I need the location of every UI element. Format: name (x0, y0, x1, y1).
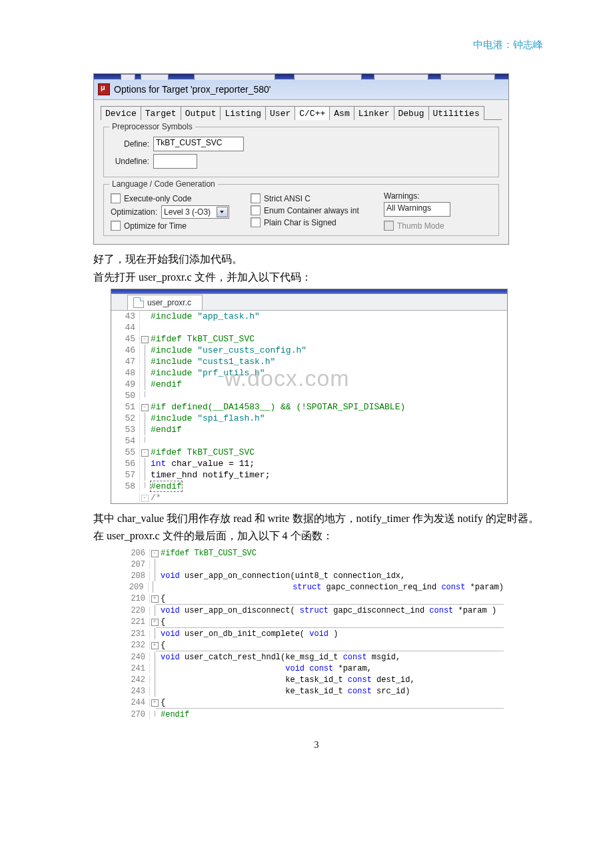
line-number: 53 (111, 425, 140, 435)
fold-gutter[interactable] (140, 379, 149, 390)
code-line: 49#endif (111, 379, 507, 390)
fold-gutter[interactable] (140, 424, 149, 435)
line-number: 232 (123, 641, 150, 650)
tab-output[interactable]: Output (181, 106, 221, 120)
plain-char-checkbox[interactable] (251, 217, 261, 227)
line-number: 47 (111, 357, 140, 367)
fold-gutter[interactable] (140, 413, 149, 424)
text-frag: 作为发送 (410, 513, 458, 524)
define-input[interactable]: TkBT_CUST_SVC (153, 137, 244, 151)
code-line: 244+{ (123, 697, 504, 708)
fold-gutter[interactable]: - (140, 448, 149, 457)
dropdown-arrow-icon[interactable] (217, 207, 228, 217)
code-line: 56int char_value = 11; (111, 458, 507, 469)
tab-device[interactable]: Device (101, 106, 141, 120)
code-text: #if defined(__DA14583__) && (!SPOTAR_SPI… (149, 402, 405, 412)
fold-gutter[interactable]: + (150, 617, 159, 626)
fold-gutter[interactable] (150, 663, 159, 674)
fold-gutter[interactable] (150, 674, 159, 685)
tab-asm[interactable]: Asm (329, 106, 354, 120)
fold-gutter[interactable]: + (150, 698, 159, 707)
code-line: 57timer_hnd notify_timer; (111, 469, 507, 481)
fold-gutter[interactable] (150, 570, 159, 581)
fold-gutter[interactable] (140, 482, 149, 490)
code-line: 232+{ (123, 639, 504, 651)
code-text: int char_value = 11; (149, 459, 255, 469)
fold-gutter[interactable] (140, 356, 149, 367)
fold-gutter[interactable] (140, 345, 149, 356)
file-tab[interactable]: user_proxr.c (127, 295, 203, 310)
tab-target[interactable]: Target (141, 106, 181, 120)
preprocessor-legend: Preprocessor Symbols (109, 122, 195, 131)
line-number: 46 (111, 345, 140, 355)
tab-c-cpp[interactable]: C/C++ (295, 106, 330, 120)
options-tab-row: Device Target Output Listing User C/C++ … (101, 105, 502, 120)
line-number: 43 (111, 311, 140, 321)
enum-container-checkbox[interactable] (251, 205, 261, 215)
var-name: read (233, 513, 252, 524)
text-frag: 文件，并加入以下代码： (192, 271, 312, 283)
line-number: 50 (111, 391, 140, 401)
code-line: 241 void const *param, (123, 663, 504, 674)
var-name: char_value (117, 513, 164, 524)
tab-utilities[interactable]: Utilities (428, 106, 484, 120)
undefine-input[interactable] (153, 154, 197, 169)
fold-gutter[interactable] (140, 437, 149, 445)
code-line: 58#endif (111, 481, 507, 492)
line-number: 52 (111, 413, 140, 423)
exec-only-checkbox[interactable] (111, 193, 121, 203)
var-name: notify (458, 513, 483, 524)
code-text: #include "spi_flash.h" (149, 413, 265, 423)
fold-gutter[interactable] (140, 391, 149, 399)
file-icon (133, 297, 144, 308)
fold-gutter[interactable] (150, 711, 159, 719)
fold-gutter[interactable] (150, 605, 159, 616)
code-line: 243 ke_task_id_t const src_id) (123, 685, 504, 697)
tab-listing[interactable]: Listing (220, 106, 266, 120)
fold-gutter[interactable]: - (140, 403, 149, 411)
strict-ansi-label: Strict ANSI C (264, 194, 310, 203)
paragraph-2: 首先打开 user_proxr.c 文件，并加入以下代码： (93, 269, 540, 286)
fold-gutter[interactable] (140, 469, 149, 481)
code-line: 207 (123, 559, 504, 570)
fold-gutter[interactable] (150, 628, 159, 639)
fold-gutter[interactable]: + (150, 641, 159, 649)
opt-time-checkbox[interactable] (111, 221, 121, 231)
line-number: 51 (111, 402, 140, 412)
line-number: 45 (111, 334, 140, 344)
tab-debug[interactable]: Debug (394, 106, 429, 120)
code-line: 221+{ (123, 616, 504, 627)
fold-gutter[interactable]: + (150, 594, 159, 603)
code-text: #ifdef TkBT_CUST_SVC (159, 549, 257, 558)
code-line: -/* (111, 492, 507, 503)
strict-ansi-checkbox[interactable] (251, 193, 261, 203)
fold-gutter[interactable] (150, 651, 159, 663)
fold-gutter[interactable] (149, 581, 157, 593)
undefine-label: Undefine: (111, 157, 153, 166)
code-text: void user_app_on_connection(uint8_t conn… (159, 571, 405, 581)
fold-gutter[interactable] (150, 685, 159, 697)
fold-gutter[interactable] (140, 458, 149, 469)
code-line: 53#endif (111, 424, 507, 435)
paragraph-4: 在 user_proxr.c 文件的最后面，加入以下 4 个函数： (93, 528, 540, 545)
code-editor-2: 206-#ifdef TkBT_CUST_SVC207208void user_… (123, 547, 504, 720)
thumb-mode-checkbox[interactable] (384, 221, 394, 231)
fold-gutter[interactable] (140, 367, 149, 379)
code-line: 44 (111, 322, 507, 333)
fold-gutter[interactable] (150, 559, 159, 570)
code-editor-1: user_proxr.c w.docx.com 43#include "app_… (111, 289, 508, 504)
code-line: 54 (111, 435, 507, 447)
optimization-select[interactable]: Level 3 (-O3) (161, 205, 229, 219)
code-text: #endif (149, 481, 182, 491)
fold-gutter[interactable]: - (140, 335, 149, 343)
tab-linker[interactable]: Linker (354, 106, 394, 120)
warnings-select[interactable]: All Warnings (384, 202, 450, 217)
line-number: 209 (123, 583, 149, 592)
code-text: #ifdef TkBT_CUST_SVC (149, 334, 255, 344)
code-line: 55-#ifdef TkBT_CUST_SVC (111, 447, 507, 458)
line-number: 270 (123, 710, 150, 719)
tab-user[interactable]: User (265, 106, 295, 120)
line-number: 44 (111, 323, 140, 333)
text-frag: 其中 (93, 513, 117, 524)
fold-gutter[interactable]: - (150, 549, 159, 557)
